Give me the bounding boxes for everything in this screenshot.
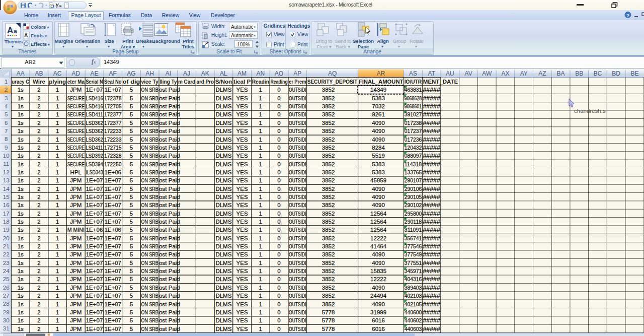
svg-text:ON SRB: ON SRB [141, 219, 159, 225]
svg-text:2: 2 [37, 285, 40, 291]
svg-text:1: 1 [259, 137, 262, 143]
svg-text:1: 1 [56, 186, 59, 192]
svg-text:1E+07: 1E+07 [86, 293, 103, 299]
svg-text:AK: AK [201, 70, 209, 77]
svg-text:3852: 3852 [322, 161, 335, 167]
svg-text:1: 1 [56, 95, 59, 101]
svg-text:1E+07: 1E+07 [86, 301, 103, 307]
svg-text:2: 2 [37, 161, 40, 167]
svg-text:377546: 377546 [405, 243, 422, 249]
svg-text:AG: AG [127, 70, 135, 77]
svg-text:LSD392: LSD392 [86, 153, 103, 159]
svg-text:1s: 1s [18, 276, 24, 282]
svg-text:uracy C: uracy C [12, 79, 29, 85]
svg-text:ON SRB: ON SRB [141, 161, 159, 167]
svg-text:1E+07: 1E+07 [104, 326, 121, 332]
svg-text:DLMS: DLMS [215, 251, 231, 257]
svg-text:1s: 1s [18, 137, 24, 143]
svg-text:0: 0 [277, 211, 280, 217]
svg-text:5: 5 [130, 219, 133, 225]
svg-text:1s: 1s [18, 111, 24, 117]
svg-text:1: 1 [259, 87, 262, 93]
svg-text:ost Paid: ost Paid [159, 219, 180, 225]
svg-text:#####: ##### [423, 202, 441, 208]
svg-text:YES: YES [236, 120, 248, 126]
svg-text:1: 1 [56, 103, 59, 109]
svg-text:290105: 290105 [405, 194, 422, 200]
svg-text:5: 5 [130, 169, 133, 175]
svg-text:1: 1 [56, 293, 59, 299]
svg-text:19: 19 [3, 227, 10, 233]
svg-text:JPM: JPM [70, 326, 82, 332]
svg-text:3852: 3852 [322, 186, 335, 192]
svg-text:1E+07: 1E+07 [86, 211, 103, 217]
svg-text:AA: AA [17, 70, 25, 77]
svg-text:=: = [59, 4, 62, 8]
svg-text:295800: 295800 [405, 211, 422, 217]
svg-text:172378: 172378 [104, 95, 121, 101]
svg-text:440603: 440603 [405, 326, 422, 332]
svg-text:LSD416: LSD416 [86, 95, 103, 101]
svg-text:DLMS: DLMS [215, 87, 231, 93]
svg-text:ON SRB: ON SRB [141, 293, 159, 299]
svg-text:DLMS: DLMS [215, 145, 231, 151]
svg-text:172233: 172233 [104, 128, 121, 134]
svg-text:ON SRB: ON SRB [141, 317, 159, 323]
svg-text:1: 1 [56, 177, 59, 183]
svg-text:1s: 1s [18, 260, 24, 266]
svg-text:5: 5 [130, 177, 133, 183]
svg-text:LSD362: LSD362 [86, 137, 103, 143]
svg-text:1: 1 [259, 120, 262, 126]
svg-text:1: 1 [259, 153, 262, 159]
svg-text:14: 14 [3, 186, 10, 192]
svg-text:YES: YES [236, 301, 248, 307]
svg-text:AZ: AZ [538, 70, 546, 77]
svg-text:1E+07: 1E+07 [86, 219, 103, 225]
svg-text:3852: 3852 [322, 251, 335, 257]
svg-text:0: 0 [277, 186, 280, 192]
svg-text:SECURE: SECURE [67, 128, 85, 134]
svg-text:2: 2 [37, 317, 40, 323]
svg-text:5: 5 [130, 251, 133, 257]
svg-text:JPM: JPM [70, 301, 82, 307]
svg-text:1E+07: 1E+07 [86, 186, 103, 192]
svg-text:1: 1 [259, 260, 262, 266]
svg-text:OUTSIDI: OUTSIDI [289, 227, 306, 233]
svg-text:5: 5 [130, 161, 133, 167]
svg-text:DLMS: DLMS [215, 235, 231, 241]
svg-text:DLMS: DLMS [215, 153, 231, 159]
svg-text:1: 1 [259, 111, 262, 117]
svg-text:OUTSIDI: OUTSIDI [289, 235, 306, 241]
svg-text:ON SRB: ON SRB [141, 95, 159, 101]
svg-text:3852: 3852 [322, 137, 335, 143]
svg-text:0: 0 [277, 177, 280, 183]
svg-text:0: 0 [277, 317, 280, 323]
svg-text:1: 1 [56, 211, 59, 217]
svg-text:OUTSIDI: OUTSIDI [289, 219, 306, 225]
svg-text:ON SRB: ON SRB [141, 120, 159, 126]
svg-text:YES: YES [236, 194, 248, 200]
svg-text:3852: 3852 [322, 219, 335, 225]
svg-text:31: 31 [3, 325, 10, 331]
svg-text:OUTSIDI: OUTSIDI [289, 211, 306, 217]
svg-text:0: 0 [277, 285, 280, 291]
svg-text:LSD416: LSD416 [86, 103, 103, 109]
svg-text:1E+07: 1E+07 [104, 285, 121, 291]
svg-text:1s: 1s [18, 301, 24, 307]
svg-text:OUTSIDI: OUTSIDI [289, 326, 306, 332]
svg-text:1: 1 [56, 145, 59, 151]
svg-text:ON SRB: ON SRB [141, 177, 159, 183]
svg-text:AR: AR [377, 70, 385, 77]
svg-text:ost Paid: ost Paid [159, 293, 180, 299]
svg-text:2: 2 [37, 251, 40, 257]
svg-text:5: 5 [130, 111, 133, 117]
svg-text:DLMS: DLMS [215, 128, 231, 134]
svg-text:1: 1 [259, 169, 262, 175]
svg-text:ost Paid: ost Paid [159, 194, 180, 200]
svg-text:Readin: Readin [252, 79, 269, 85]
svg-text:1: 1 [259, 293, 262, 299]
svg-text:JPM: JPM [70, 211, 82, 217]
svg-text:AT: AT [428, 70, 435, 77]
svg-text:21: 21 [3, 243, 10, 249]
svg-text:2: 2 [37, 145, 40, 151]
